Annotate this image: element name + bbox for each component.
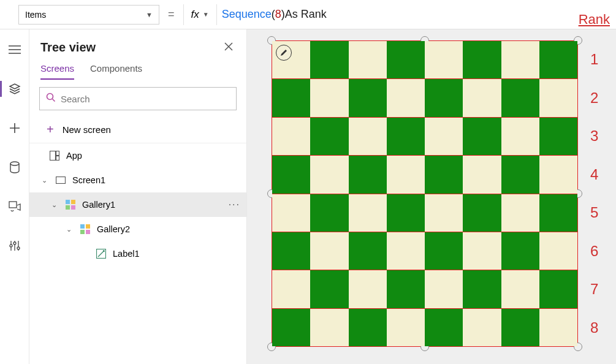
chess-square [272,194,310,232]
chess-square [463,270,501,308]
media-button[interactable] [0,197,29,216]
chess-square [539,41,577,78]
gallery-icon [80,224,91,235]
chess-square [310,270,348,308]
chess-square [272,118,310,155]
chess-square [349,309,387,346]
chess-square [310,309,348,346]
svg-rect-3 [50,151,56,161]
tree-node-app[interactable]: App [29,143,246,168]
svg-rect-6 [56,177,66,184]
property-selector[interactable]: Items ▼ [18,5,159,25]
chess-rank-row [272,308,577,346]
rank-link[interactable]: Rank [579,12,610,29]
chess-square [539,232,577,270]
tree-title: Tree view [40,40,96,55]
svg-rect-9 [66,205,70,210]
tree-node-label1[interactable]: Label1 [29,241,246,266]
search-input[interactable] [61,94,230,104]
database-icon [9,161,20,173]
gallery1-control[interactable] [272,40,578,347]
chess-square [463,118,501,155]
new-screen-label: New screen [63,124,111,135]
tree-node-gallery1[interactable]: ⌄ Gallery1 ··· [29,192,246,217]
chevron-down-icon[interactable]: ⌄ [51,201,59,209]
formula-input[interactable]: Sequence ( 8 ) As Rank [222,8,327,21]
tree-node-screen1[interactable]: ⌄ Screen1 [29,168,246,192]
formula-bar: Items ▼ = fx ▼ Sequence ( 8 ) As Rank Ra… [0,0,616,29]
chess-square [387,270,425,308]
rank-number-label: 1 [590,51,598,68]
tree-view-button[interactable] [0,80,29,98]
tree-node-label: Gallery2 [97,224,130,234]
rank-number-label: 7 [590,281,598,298]
chess-square [272,270,310,308]
divider [183,4,184,25]
tools-icon [9,240,20,252]
chess-square [349,270,387,308]
chess-square [463,41,501,78]
tools-button[interactable] [0,237,29,255]
edit-template-button[interactable] [276,45,292,61]
gallery-icon [65,199,76,210]
chess-square [272,232,310,270]
divider [216,4,217,25]
chess-square [539,270,577,308]
formula-token-fn: Sequence [222,8,272,21]
chevron-down-icon[interactable]: ⌄ [42,176,49,184]
chess-square [310,79,348,116]
chess-square [425,41,463,78]
chevron-down-icon: ▼ [146,11,153,18]
tree-tabs: Screens Components [29,59,246,80]
fx-button[interactable]: fx ▼ [189,9,211,21]
label-icon [96,248,107,259]
chess-square [349,232,387,270]
insert-button[interactable] [0,119,29,137]
tab-screens[interactable]: Screens [40,63,74,80]
tree-list: App ⌄ Screen1 ⌄ Gallery1 ··· [29,143,246,364]
svg-rect-14 [86,230,90,234]
search-box[interactable] [39,87,237,110]
hamburger-button[interactable] [0,40,29,59]
chess-square [501,118,539,155]
chess-square [387,194,425,232]
close-button[interactable] [224,41,233,54]
chess-square [349,118,387,155]
equals-sign: = [164,8,178,21]
svg-rect-10 [71,205,75,210]
chess-rank-row [272,117,577,155]
chess-square [310,232,348,270]
chess-rank-row [272,41,577,78]
chess-square [501,156,539,193]
canvas[interactable]: 12345678 [247,29,616,364]
svg-rect-13 [80,230,85,234]
rank-number-label: 5 [590,204,598,221]
rank-number-label: 6 [590,243,598,260]
svg-rect-11 [80,224,85,229]
tree-node-label: Label1 [113,249,140,259]
tree-node-label: App [66,151,82,161]
tab-components[interactable]: Components [90,63,142,80]
chess-square [349,194,387,232]
chess-square [310,156,348,193]
chess-square [539,118,577,155]
media-icon [9,201,21,212]
tree-node-gallery2[interactable]: ⌄ Gallery2 [29,217,246,241]
chess-square [425,194,463,232]
data-button[interactable] [0,158,29,176]
chess-square [425,309,463,346]
chess-square [310,118,348,155]
chess-square [425,232,463,270]
chess-square [501,41,539,78]
formula-token-arg: 8 [275,8,281,21]
formula-token-rest: As Rank [285,8,327,21]
new-screen-button[interactable]: + New screen [29,116,246,143]
chevron-down-icon[interactable]: ⌄ [66,226,74,233]
svg-rect-7 [66,200,70,204]
more-button[interactable]: ··· [229,199,240,210]
hamburger-icon [9,45,21,54]
chess-square [387,79,425,116]
rank-number-label: 4 [590,166,598,183]
tree-panel: Tree view Screens Components + New scree… [29,29,247,364]
svg-rect-12 [86,224,90,229]
